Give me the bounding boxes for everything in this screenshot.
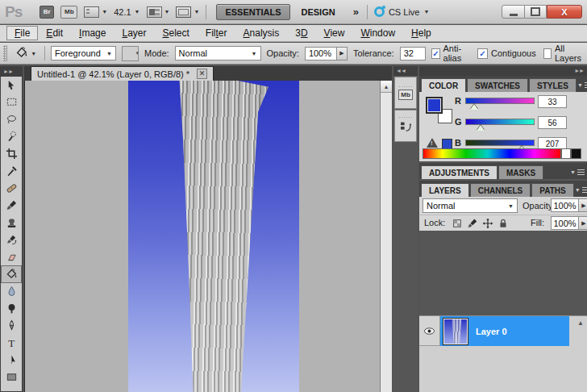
- checkbox-contiguous[interactable]: ✓Contiguous: [477, 44, 536, 63]
- checkbox-all-layers[interactable]: All Layers: [543, 44, 584, 63]
- collapse-tools-button[interactable]: ►►: [1, 67, 22, 77]
- gamut-warning-icon[interactable]: [427, 138, 438, 148]
- menu-3d[interactable]: 3D: [287, 26, 315, 40]
- layers-tab-channels[interactable]: CHANNELS: [470, 183, 531, 197]
- channel-slider[interactable]: [465, 119, 535, 125]
- type-tool[interactable]: T: [1, 334, 22, 351]
- channel-value-input[interactable]: 56: [538, 116, 567, 129]
- slider-thumb-icon[interactable]: [470, 104, 478, 110]
- checkbox-anti-alias[interactable]: ✓Anti-alias: [431, 44, 470, 63]
- menu-window[interactable]: Window: [352, 26, 403, 40]
- layers-tab-paths[interactable]: PATHS: [531, 183, 573, 197]
- slider-thumb-icon[interactable]: [477, 125, 485, 131]
- adjustments-panel-menu-icon[interactable]: ▼: [568, 165, 587, 179]
- adjustments-tab-masks[interactable]: MASKS: [498, 165, 543, 179]
- expand-dock-button[interactable]: ◄◄: [393, 66, 418, 76]
- channel-slider[interactable]: [465, 140, 535, 146]
- menu-filter[interactable]: Filter: [198, 26, 235, 40]
- mode-dropdown[interactable]: Normal ▼: [175, 46, 261, 60]
- blur-tool[interactable]: [1, 283, 22, 300]
- lasso-tool[interactable]: [1, 111, 22, 128]
- restore-button[interactable]: [525, 5, 547, 19]
- layers-tab-layers[interactable]: LAYERS: [421, 183, 469, 197]
- close-button[interactable]: X: [547, 5, 582, 19]
- menu-select[interactable]: Select: [154, 26, 197, 40]
- workspace-essentials[interactable]: ESSENTIALS: [216, 4, 289, 20]
- layers-opacity-slider-button[interactable]: ▶: [579, 198, 587, 212]
- dodge-tool[interactable]: [1, 300, 22, 317]
- adjustments-tab-adjustments[interactable]: ADJUSTMENTS: [421, 165, 497, 179]
- path-selection-tool[interactable]: [1, 352, 22, 369]
- channel-value-input[interactable]: 33: [538, 95, 567, 108]
- menu-analysis[interactable]: Analysis: [235, 26, 288, 40]
- fill-source-dropdown[interactable]: Foreground ▼: [51, 46, 116, 60]
- menu-view[interactable]: View: [316, 26, 353, 40]
- menu-layer[interactable]: Layer: [114, 26, 154, 40]
- mini-bridge-panel-button[interactable]: Mb: [394, 77, 417, 109]
- opacity-input[interactable]: 100%: [305, 47, 337, 60]
- lock-pixels-button[interactable]: [465, 216, 479, 230]
- launch-mini-bridge-button[interactable]: Mb: [60, 6, 77, 19]
- pen-tool[interactable]: [1, 317, 22, 334]
- scroll-up-icon[interactable]: ▲: [381, 81, 392, 93]
- layers-fill-slider-button[interactable]: ▶: [579, 216, 587, 230]
- crop-tool[interactable]: [1, 145, 22, 162]
- document-tab[interactable]: Untitled-1 @ 42.1% (Layer 0, RGB/8) * ✕: [31, 66, 214, 81]
- eyedropper-tool[interactable]: [1, 162, 22, 179]
- rectangle-shape-tool[interactable]: [1, 369, 22, 386]
- grip-handle[interactable]: [3, 45, 7, 61]
- clone-stamp-tool[interactable]: [1, 214, 22, 231]
- layers-panel-menu-icon[interactable]: ▼: [575, 183, 587, 197]
- tolerance-input[interactable]: 32: [400, 47, 427, 60]
- color-spectrum-ramp[interactable]: [423, 148, 561, 159]
- zoom-level-button[interactable]: 42.1 ▼: [114, 7, 139, 17]
- workspace-overflow-button[interactable]: »: [350, 6, 360, 18]
- tool-preset-button[interactable]: ▼: [13, 45, 39, 61]
- vertical-scrollbar[interactable]: ▲: [380, 81, 392, 392]
- color-tab-swatches[interactable]: SWATCHES: [467, 78, 528, 92]
- menu-file[interactable]: File: [6, 26, 38, 40]
- scroll-up-icon[interactable]: ▲: [577, 319, 584, 327]
- canvas[interactable]: [128, 81, 299, 392]
- launch-bridge-button[interactable]: Br: [40, 6, 54, 19]
- quick-selection-tool[interactable]: [1, 128, 22, 145]
- history-panel-button[interactable]: [394, 110, 417, 142]
- black-swatch[interactable]: [571, 148, 581, 159]
- workspace-design[interactable]: DESIGN: [294, 5, 343, 19]
- menu-help[interactable]: Help: [403, 26, 439, 40]
- color-panel-menu-icon[interactable]: ▼: [577, 78, 587, 92]
- color-tab-color[interactable]: COLOR: [421, 78, 466, 92]
- menu-edit[interactable]: Edit: [38, 26, 71, 40]
- layer-visibility-toggle[interactable]: [419, 316, 440, 346]
- layer-thumbnail[interactable]: [443, 319, 468, 344]
- layer-row[interactable]: Layer 0: [419, 316, 587, 346]
- opacity-slider-button[interactable]: ▶: [337, 47, 348, 60]
- minimize-button[interactable]: [502, 5, 525, 19]
- screen-mode-button[interactable]: ▼: [176, 6, 199, 18]
- color-tab-styles[interactable]: STYLES: [529, 78, 577, 92]
- rectangular-marquee-tool[interactable]: [1, 94, 22, 111]
- channel-slider[interactable]: [465, 98, 535, 104]
- layers-fill-input[interactable]: 100%: [551, 216, 579, 230]
- lock-transparency-button[interactable]: [450, 216, 464, 230]
- eraser-tool[interactable]: [1, 248, 22, 265]
- foreground-color-swatch[interactable]: [426, 97, 443, 114]
- layer-row-body[interactable]: Layer 0: [440, 316, 569, 346]
- menu-image[interactable]: Image: [71, 26, 114, 40]
- collapse-dock-button[interactable]: ►►: [419, 66, 587, 76]
- close-document-icon[interactable]: ✕: [197, 69, 207, 79]
- lock-all-button[interactable]: [496, 216, 510, 230]
- cs-live-button[interactable]: CS Live ▼: [374, 6, 429, 17]
- pattern-swatch-dropdown[interactable]: [122, 46, 139, 61]
- move-tool[interactable]: [1, 77, 22, 94]
- lock-position-button[interactable]: [481, 216, 494, 230]
- paint-bucket-tool[interactable]: [1, 265, 22, 282]
- layers-opacity-input[interactable]: 100%: [551, 198, 579, 212]
- blend-mode-dropdown[interactable]: Normal ▼: [423, 198, 518, 213]
- brush-tool[interactable]: [1, 197, 22, 214]
- white-swatch[interactable]: [561, 148, 571, 159]
- history-brush-tool[interactable]: [1, 231, 22, 248]
- view-extras-button[interactable]: ▼: [84, 6, 107, 18]
- arrange-documents-button[interactable]: ▼: [147, 6, 170, 18]
- spot-healing-brush-tool[interactable]: [1, 180, 22, 197]
